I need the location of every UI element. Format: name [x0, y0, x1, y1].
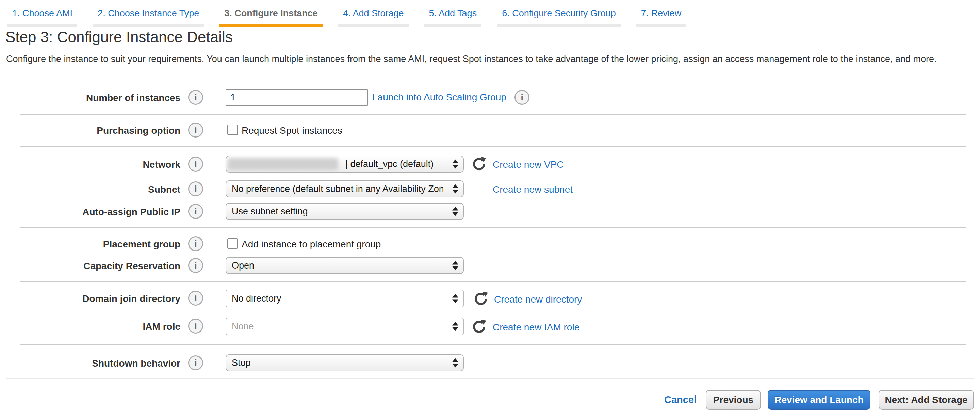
create-new-vpc-link[interactable]: Create new VPC — [493, 159, 564, 170]
tab-choose-ami[interactable]: 1. Choose AMI — [8, 5, 77, 27]
page-description: Configure the instance to suit your requ… — [6, 52, 974, 66]
next-add-storage-button[interactable]: Next: Add Storage — [878, 390, 974, 410]
cancel-link[interactable]: Cancel — [664, 394, 697, 406]
divider — [21, 344, 966, 345]
tab-configure-security-group[interactable]: 6. Configure Security Group — [497, 5, 620, 27]
tab-choose-instance-type[interactable]: 2. Choose Instance Type — [93, 5, 204, 27]
chevron-up-down-icon — [452, 322, 458, 331]
add-instance-to-placement-group-checkbox[interactable] — [227, 238, 238, 249]
info-icon[interactable]: i — [188, 258, 203, 273]
capacity-reservation-select[interactable]: Open — [226, 257, 464, 274]
purchasing-option-label: Purchasing option — [7, 125, 180, 136]
capacity-reservation-label: Capacity Reservation — [7, 261, 180, 272]
refresh-icon[interactable] — [471, 156, 488, 172]
domain-join-directory-value: No directory — [232, 290, 443, 306]
network-select-value: | default_vpc (default) — [345, 156, 444, 172]
create-new-directory-link[interactable]: Create new directory — [494, 294, 582, 305]
page-title: Step 3: Configure Instance Details — [5, 29, 233, 46]
divider — [21, 114, 966, 115]
number-of-instances-input[interactable] — [226, 89, 368, 106]
chevron-up-down-icon — [452, 294, 458, 303]
subnet-label: Subnet — [7, 184, 180, 195]
add-instance-to-placement-group-label: Add instance to placement group — [242, 239, 381, 250]
info-icon[interactable]: i — [514, 90, 530, 105]
launch-into-auto-scaling-group-link[interactable]: Launch into Auto Scaling Group — [372, 92, 506, 103]
request-spot-instances-label: Request Spot instances — [242, 125, 342, 136]
subnet-select[interactable]: No preference (default subnet in any Ava… — [226, 180, 464, 197]
network-select[interactable]: | default_vpc (default) — [226, 156, 464, 173]
tab-review[interactable]: 7. Review — [636, 5, 686, 27]
domain-join-directory-label: Domain join directory — [7, 293, 180, 304]
info-icon[interactable]: i — [188, 204, 203, 219]
number-of-instances-label: Number of instances — [7, 92, 180, 103]
subnet-select-value: No preference (default subnet in any Ava… — [232, 181, 443, 197]
divider — [21, 282, 966, 283]
divider — [21, 146, 966, 147]
info-icon[interactable]: i — [188, 181, 203, 196]
capacity-reservation-value: Open — [232, 258, 443, 273]
refresh-icon[interactable] — [471, 318, 488, 335]
divider — [21, 228, 966, 228]
chevron-up-down-icon — [452, 160, 458, 169]
domain-join-directory-select[interactable]: No directory — [226, 290, 464, 307]
chevron-up-down-icon — [452, 358, 458, 368]
info-icon[interactable]: i — [188, 291, 203, 305]
info-icon[interactable]: i — [188, 90, 203, 105]
chevron-up-down-icon — [452, 207, 458, 216]
info-icon[interactable]: i — [188, 157, 203, 172]
info-icon[interactable]: i — [188, 318, 203, 334]
iam-role-label: IAM role — [7, 321, 180, 332]
redacted-vpc-id — [228, 158, 338, 170]
info-icon[interactable]: i — [188, 355, 203, 370]
chevron-up-down-icon — [452, 261, 458, 270]
create-new-iam-role-link[interactable]: Create new IAM role — [493, 322, 579, 333]
configure-instance-page: 1. Choose AMI 2. Choose Instance Type 3.… — [0, 0, 980, 420]
network-label: Network — [7, 159, 180, 170]
shutdown-behavior-select[interactable]: Stop — [226, 354, 464, 371]
chevron-up-down-icon — [452, 185, 458, 194]
tab-add-storage[interactable]: 4. Add Storage — [338, 5, 409, 27]
tab-configure-instance[interactable]: 3. Configure Instance — [220, 5, 323, 27]
refresh-icon[interactable] — [473, 291, 489, 307]
placement-group-label: Placement group — [7, 239, 180, 250]
wizard-tab-bar: 1. Choose AMI 2. Choose Instance Type 3.… — [8, 5, 686, 27]
shutdown-behavior-value: Stop — [232, 355, 443, 371]
info-icon[interactable]: i — [188, 123, 203, 137]
create-new-subnet-link[interactable]: Create new subnet — [493, 184, 573, 195]
tab-add-tags[interactable]: 5. Add Tags — [424, 5, 482, 27]
footer-divider — [6, 379, 974, 380]
previous-button[interactable]: Previous — [706, 390, 761, 410]
shutdown-behavior-label: Shutdown behavior — [7, 358, 180, 369]
iam-role-select[interactable]: None — [226, 318, 464, 335]
iam-role-value: None — [232, 318, 443, 334]
review-and-launch-button[interactable]: Review and Launch — [768, 390, 870, 410]
request-spot-instances-checkbox[interactable] — [227, 124, 238, 135]
auto-assign-public-ip-value: Use subnet setting — [232, 204, 443, 219]
auto-assign-public-ip-select[interactable]: Use subnet setting — [226, 203, 464, 220]
auto-assign-public-ip-label: Auto-assign Public IP — [7, 207, 180, 218]
info-icon[interactable]: i — [188, 236, 203, 251]
